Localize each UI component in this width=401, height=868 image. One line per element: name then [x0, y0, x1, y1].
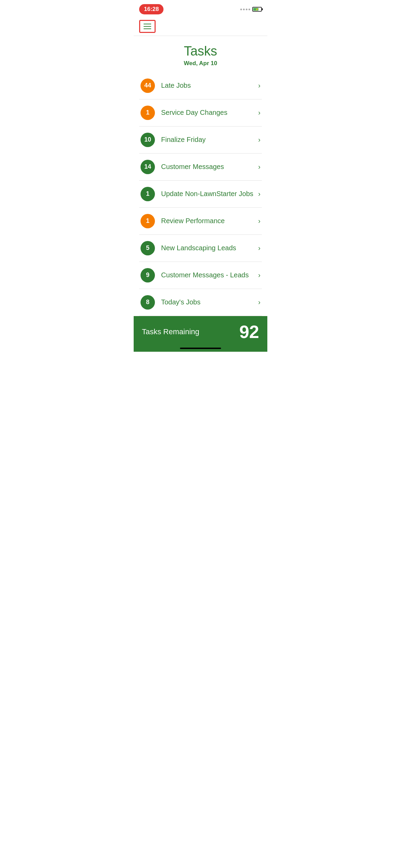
task-label-customer-messages-leads: Customer Messages - Leads — [161, 271, 255, 279]
chevron-icon-review-performance: › — [258, 217, 260, 225]
chevron-icon-update-non-lawnstarter: › — [258, 190, 260, 198]
battery-icon: ⚡ — [252, 7, 262, 12]
task-label-late-jobs: Late Jobs — [161, 82, 255, 89]
chevron-icon-late-jobs: › — [258, 82, 260, 89]
footer: Tasks Remaining 92 — [134, 316, 267, 352]
chevron-icon-finalize-friday: › — [258, 136, 260, 144]
chevron-icon-service-day-changes: › — [258, 109, 260, 117]
page-date: Wed, Apr 10 — [139, 60, 262, 67]
task-label-service-day-changes: Service Day Changes — [161, 109, 255, 117]
task-badge-customer-messages-leads: 9 — [141, 268, 155, 282]
task-label-new-landscaping-leads: New Landscaping Leads — [161, 244, 255, 252]
task-list: 44Late Jobs›1Service Day Changes›10Final… — [134, 70, 267, 316]
task-badge-review-performance: 1 — [141, 214, 155, 228]
menu-line-3 — [144, 28, 151, 29]
task-item-review-performance[interactable]: 1Review Performance› — [139, 208, 262, 235]
task-item-finalize-friday[interactable]: 10Finalize Friday› — [139, 126, 262, 154]
task-item-late-jobs[interactable]: 44Late Jobs› — [139, 72, 262, 99]
signal-icon — [240, 9, 250, 10]
task-badge-service-day-changes: 1 — [141, 106, 155, 120]
status-bar: 16:28 ⚡ — [134, 0, 267, 17]
chevron-icon-new-landscaping-leads: › — [258, 244, 260, 252]
page-title: Tasks — [139, 44, 262, 59]
chevron-icon-customer-messages: › — [258, 163, 260, 171]
task-badge-finalize-friday: 10 — [141, 133, 155, 147]
task-item-service-day-changes[interactable]: 1Service Day Changes› — [139, 99, 262, 126]
task-label-todays-jobs: Today's Jobs — [161, 298, 255, 306]
chevron-icon-todays-jobs: › — [258, 298, 260, 306]
time-display: 16:28 — [139, 4, 163, 14]
footer-count: 92 — [239, 323, 259, 341]
menu-button[interactable] — [139, 20, 156, 33]
task-label-finalize-friday: Finalize Friday — [161, 136, 255, 144]
task-item-customer-messages-leads[interactable]: 9Customer Messages - Leads› — [139, 262, 262, 289]
task-item-todays-jobs[interactable]: 8Today's Jobs› — [139, 289, 262, 316]
chevron-icon-customer-messages-leads: › — [258, 271, 260, 279]
home-indicator — [180, 348, 221, 349]
task-badge-customer-messages: 14 — [141, 160, 155, 174]
task-label-update-non-lawnstarter: Update Non-LawnStarter Jobs — [161, 190, 255, 198]
menu-line-1 — [144, 24, 151, 24]
task-badge-late-jobs: 44 — [141, 79, 155, 93]
page-title-section: Tasks Wed, Apr 10 — [134, 36, 267, 70]
task-badge-update-non-lawnstarter: 1 — [141, 187, 155, 201]
task-badge-todays-jobs: 8 — [141, 295, 155, 310]
task-item-customer-messages[interactable]: 14Customer Messages› — [139, 154, 262, 181]
bolt-icon: ⚡ — [255, 8, 259, 11]
task-label-review-performance: Review Performance — [161, 217, 255, 225]
footer-label: Tasks Remaining — [142, 327, 199, 336]
task-item-new-landscaping-leads[interactable]: 5New Landscaping Leads› — [139, 235, 262, 262]
top-bar — [134, 17, 267, 36]
status-right: ⚡ — [240, 7, 262, 12]
task-item-update-non-lawnstarter[interactable]: 1Update Non-LawnStarter Jobs› — [139, 181, 262, 208]
menu-line-2 — [144, 26, 151, 27]
task-badge-new-landscaping-leads: 5 — [141, 241, 155, 255]
task-label-customer-messages: Customer Messages — [161, 163, 255, 171]
